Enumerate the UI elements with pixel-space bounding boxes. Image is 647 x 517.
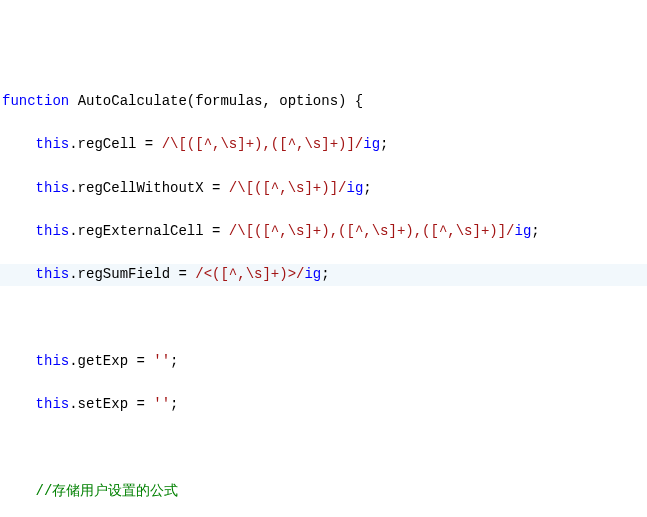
code-line-2: this.regCell = /\[([^,\s]+),([^,\s]+)]/i… xyxy=(0,134,647,156)
semicolon: ; xyxy=(380,136,388,152)
keyword-this: this xyxy=(36,266,70,282)
keyword-this: this xyxy=(36,136,70,152)
regex: /<([^,\s]+)>/ xyxy=(195,266,304,282)
code-line-7: this.getExp = ''; xyxy=(0,351,647,373)
semicolon: ; xyxy=(321,266,329,282)
blank-line xyxy=(0,438,647,460)
assign: .regCellWithoutX = xyxy=(69,180,229,196)
function-name: AutoCalculate xyxy=(78,93,187,109)
string-literal: '' xyxy=(153,396,170,412)
keyword-this: this xyxy=(36,223,70,239)
comment-line: //存储用户设置的公式 xyxy=(0,481,647,503)
keyword-this: this xyxy=(36,396,70,412)
params: (formulas, options) { xyxy=(187,93,363,109)
regex-flags: ig xyxy=(304,266,321,282)
semicolon: ; xyxy=(170,396,178,412)
regex-flags: ig xyxy=(363,136,380,152)
semicolon: ; xyxy=(531,223,539,239)
indent xyxy=(2,136,36,152)
code-line-5-highlighted: this.regSumField = /<([^,\s]+)>/ig; xyxy=(0,264,647,286)
keyword-this: this xyxy=(36,353,70,369)
regex: /\[([^,\s]+),([^,\s]+)]/ xyxy=(162,136,364,152)
regex: /\[([^,\s]+),([^,\s]+),([^,\s]+)]/ xyxy=(229,223,515,239)
assign: .setExp = xyxy=(69,396,153,412)
code-line-1: function AutoCalculate(formulas, options… xyxy=(0,91,647,113)
keyword-this: this xyxy=(36,180,70,196)
code-line-8: this.setExp = ''; xyxy=(0,394,647,416)
regex-flags: ig xyxy=(515,223,532,239)
assign: .getExp = xyxy=(69,353,153,369)
indent xyxy=(2,223,36,239)
indent xyxy=(2,180,36,196)
keyword-function: function xyxy=(2,93,69,109)
assign: .regExternalCell = xyxy=(69,223,229,239)
code-line-4: this.regExternalCell = /\[([^,\s]+),([^,… xyxy=(0,221,647,243)
assign: .regSumField = xyxy=(69,266,195,282)
regex-flags: ig xyxy=(346,180,363,196)
indent xyxy=(2,266,36,282)
indent xyxy=(2,353,36,369)
blank-line xyxy=(0,308,647,330)
semicolon: ; xyxy=(363,180,371,196)
regex: /\[([^,\s]+)]/ xyxy=(229,180,347,196)
assign: .regCell = xyxy=(69,136,161,152)
string-literal: '' xyxy=(153,353,170,369)
code-line-3: this.regCellWithoutX = /\[([^,\s]+)]/ig; xyxy=(0,178,647,200)
semicolon: ; xyxy=(170,353,178,369)
indent xyxy=(2,396,36,412)
